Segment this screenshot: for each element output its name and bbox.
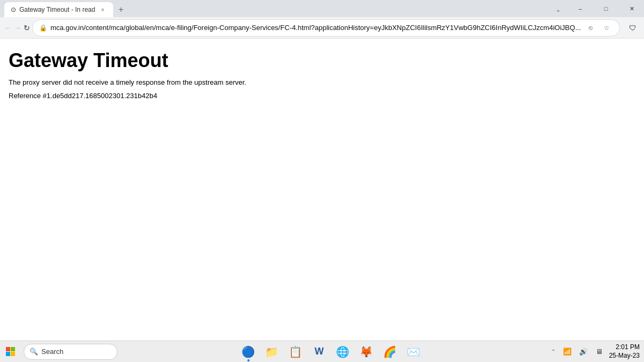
start-button[interactable] [0, 341, 21, 363]
page-content: Gateway Timeout The proxy server did not… [0, 39, 644, 341]
browser-tab[interactable]: ⊙ Gateway Timeout - In read × [4, 2, 113, 17]
edge2-icon: 🌐 [336, 345, 349, 358]
svg-rect-0 [6, 347, 10, 351]
tray-expand-icon[interactable]: ⌃ [549, 346, 558, 357]
tab-favicon: ⊙ [11, 6, 16, 13]
tab-close-button[interactable]: × [98, 5, 107, 14]
clock-date: 25-May-23 [609, 352, 640, 360]
taskbar-app-word[interactable]: W [309, 341, 330, 363]
taskbar: 🔍 Search 🔵 📁 📋 W 🌐 🦊 🌈 ✉️ ⌃ 📶 🔊 [0, 341, 644, 362]
word-icon: W [314, 346, 324, 357]
error-reference: Reference #1.de5dd217.1685002301.231b42b… [9, 92, 635, 100]
new-tab-button[interactable]: + [113, 2, 128, 17]
navigation-bar: ← → ↻ 🔒 mca.gov.in/content/mca/global/en… [0, 17, 644, 39]
share-icon[interactable]: ⎋ [584, 21, 597, 34]
wifi-icon[interactable]: 📶 [561, 345, 574, 358]
clock-time: 2:01 PM [609, 343, 640, 352]
back-button[interactable]: ← [4, 19, 12, 36]
extension-shield-icon[interactable]: 🛡 [624, 19, 641, 36]
file-manager-icon: 📋 [289, 345, 302, 358]
file-explorer-icon: 📁 [265, 345, 279, 358]
close-button[interactable]: ✕ [619, 0, 644, 17]
tab-title: Gateway Timeout - In read [19, 6, 95, 13]
maximize-button[interactable]: □ [594, 0, 618, 17]
network-icon[interactable]: 🖥 [593, 345, 606, 358]
gmail-icon: ✉️ [407, 345, 420, 358]
system-clock[interactable]: 2:01 PM 25-May-23 [609, 343, 640, 360]
taskbar-app-edge[interactable]: 🔵 [238, 341, 259, 363]
svg-rect-2 [6, 352, 10, 356]
address-bar[interactable]: 🔒 mca.gov.in/content/mca/global/en/mca/e… [32, 19, 620, 36]
taskbar-search-box[interactable]: 🔍 Search [24, 344, 118, 360]
tab-expand-button[interactable]: ⌄ [551, 2, 566, 17]
taskbar-app-file-explorer[interactable]: 📁 [261, 341, 283, 363]
url-text: mca.gov.in/content/mca/global/en/mca/e-f… [50, 24, 581, 32]
search-label: Search [41, 348, 63, 356]
windows-logo-icon [6, 347, 16, 357]
forward-button[interactable]: → [14, 19, 21, 36]
search-icon: 🔍 [30, 348, 38, 356]
edge-icon: 🔵 [241, 345, 255, 358]
taskbar-app-firefox[interactable]: 🦊 [356, 341, 377, 363]
error-title: Gateway Timeout [9, 49, 635, 72]
taskbar-tray: ⌃ 📶 🔊 🖥 2:01 PM 25-May-23 [545, 343, 644, 360]
volume-icon[interactable]: 🔊 [577, 345, 590, 358]
firefox-icon: 🦊 [360, 345, 373, 358]
svg-rect-1 [11, 347, 15, 351]
taskbar-app-file-manager[interactable]: 📋 [285, 341, 306, 363]
error-description: The proxy server did not receive a timel… [9, 78, 635, 86]
taskbar-app-chrome[interactable]: 🌈 [379, 341, 401, 363]
minimize-button[interactable]: – [568, 0, 592, 17]
taskbar-app-gmail[interactable]: ✉️ [403, 341, 425, 363]
reload-button[interactable]: ↻ [24, 19, 30, 36]
chrome-icon: 🌈 [383, 345, 397, 358]
svg-rect-3 [11, 352, 15, 356]
taskbar-apps: 🔵 📁 📋 W 🌐 🦊 🌈 ✉️ [118, 341, 545, 363]
bookmark-icon[interactable]: ☆ [600, 21, 613, 34]
lock-icon: 🔒 [39, 24, 47, 32]
taskbar-app-edge2[interactable]: 🌐 [332, 341, 354, 363]
